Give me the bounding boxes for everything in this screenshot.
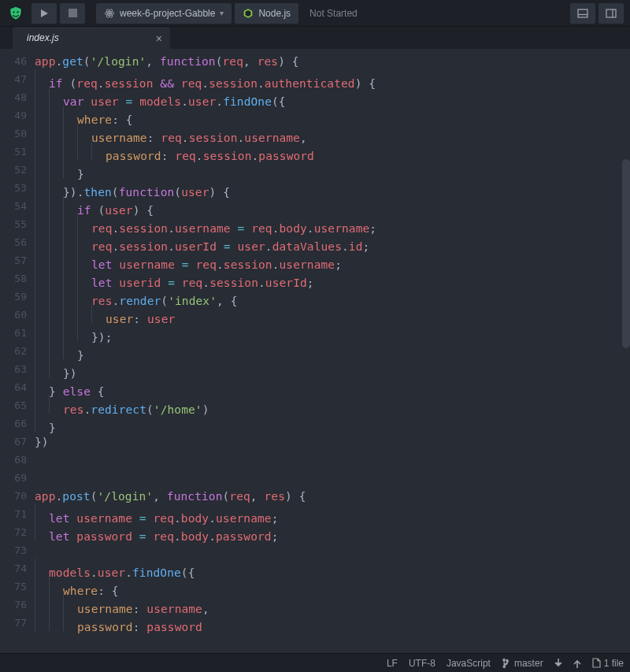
line-number: 70 bbox=[0, 490, 35, 502]
file-count-label: 1 file bbox=[604, 658, 624, 669]
code-area[interactable]: 46app.get('/login', function(req, res) {… bbox=[0, 49, 630, 653]
arrow-up-icon bbox=[573, 659, 581, 668]
code-line[interactable]: 69 bbox=[0, 469, 630, 487]
code-line[interactable]: 53}).then(function(user) { bbox=[0, 179, 630, 197]
encoding-label: UTF-8 bbox=[409, 658, 435, 669]
code-line[interactable]: 59res.render('index', { bbox=[0, 288, 630, 306]
line-number: 67 bbox=[0, 436, 35, 447]
line-content: app.post('/login', function(req, res) { bbox=[35, 490, 306, 503]
line-number: 59 bbox=[0, 291, 35, 303]
code-line[interactable]: 73 bbox=[0, 541, 630, 559]
code-line[interactable]: 66} bbox=[0, 414, 630, 433]
language-mode[interactable]: JavaScript bbox=[447, 658, 491, 669]
code-line[interactable]: 50username: req.session.username, bbox=[0, 124, 630, 143]
language-label: JavaScript bbox=[447, 658, 491, 669]
code-line[interactable]: 57let username = req.session.username; bbox=[0, 251, 630, 269]
project-selector[interactable]: week-6-project-Gabble ▾ bbox=[96, 3, 232, 24]
code-line[interactable]: 60user: user bbox=[0, 306, 630, 324]
code-line[interactable]: 56req.session.userId = user.dataValues.i… bbox=[0, 233, 630, 251]
line-number: 71 bbox=[0, 508, 35, 520]
code-line[interactable]: 55req.session.username = req.body.userna… bbox=[0, 215, 630, 233]
code-line[interactable]: 62} bbox=[0, 342, 630, 360]
line-content: res.redirect('/home') bbox=[35, 395, 209, 416]
line-number: 46 bbox=[0, 55, 35, 67]
line-number: 57 bbox=[0, 254, 35, 266]
git-pull[interactable] bbox=[554, 659, 562, 668]
file-icon bbox=[592, 658, 601, 668]
line-number: 58 bbox=[0, 273, 35, 284]
tab-bar: index.js × bbox=[0, 27, 630, 49]
code-line[interactable]: 51password: req.session.password bbox=[0, 143, 630, 161]
code-line[interactable]: 67}) bbox=[0, 433, 630, 451]
play-button[interactable] bbox=[32, 3, 57, 24]
line-ending-label: LF bbox=[387, 658, 398, 669]
svg-rect-7 bbox=[578, 9, 587, 17]
line-number: 77 bbox=[0, 617, 35, 629]
line-number: 55 bbox=[0, 218, 35, 230]
code-line[interactable]: 47if (req.session && req.session.authent… bbox=[0, 70, 630, 88]
code-line[interactable]: 63}) bbox=[0, 360, 630, 378]
line-number: 51 bbox=[0, 146, 35, 158]
line-number: 49 bbox=[0, 110, 35, 121]
line-number: 47 bbox=[0, 73, 35, 85]
branch-icon bbox=[502, 658, 511, 669]
panel-right-button[interactable] bbox=[598, 3, 624, 24]
tab-label: index.js bbox=[27, 32, 59, 43]
runtime-selector[interactable]: Node.js bbox=[235, 3, 298, 24]
line-number: 72 bbox=[0, 526, 35, 538]
arrow-down-icon bbox=[554, 659, 562, 668]
shield-icon[interactable] bbox=[3, 3, 28, 24]
code-line[interactable]: 70app.post('/login', function(req, res) … bbox=[0, 487, 630, 505]
panel-bottom-button[interactable] bbox=[570, 3, 595, 24]
nodejs-icon bbox=[243, 8, 254, 19]
chevron-down-icon: ▾ bbox=[220, 9, 224, 17]
close-icon[interactable]: × bbox=[156, 32, 162, 45]
code-line[interactable]: 72let password = req.body.password; bbox=[0, 523, 630, 541]
code-line[interactable]: 48var user = models.user.findOne({ bbox=[0, 88, 630, 106]
code-line[interactable]: 76username: username, bbox=[0, 596, 630, 614]
svg-point-1 bbox=[17, 11, 18, 13]
atom-icon bbox=[104, 8, 115, 19]
line-number: 65 bbox=[0, 399, 35, 411]
code-line[interactable]: 58let userid = req.session.userId; bbox=[0, 269, 630, 288]
code-line[interactable]: 68 bbox=[0, 451, 630, 469]
stop-button[interactable] bbox=[60, 3, 85, 24]
line-number: 53 bbox=[0, 182, 35, 194]
code-line[interactable]: 65res.redirect('/home') bbox=[0, 396, 630, 414]
editor: 46app.get('/login', function(req, res) {… bbox=[0, 49, 630, 653]
line-number: 52 bbox=[0, 164, 35, 176]
git-push[interactable] bbox=[573, 659, 581, 668]
svg-point-0 bbox=[13, 11, 14, 13]
code-line[interactable]: 64} else { bbox=[0, 378, 630, 396]
line-number: 48 bbox=[0, 91, 35, 103]
line-content: }) bbox=[35, 436, 49, 448]
code-line[interactable]: 46app.get('/login', function(req, res) { bbox=[0, 52, 630, 70]
encoding[interactable]: UTF-8 bbox=[409, 658, 435, 669]
line-number: 74 bbox=[0, 562, 35, 574]
line-number: 66 bbox=[0, 418, 35, 429]
svg-point-3 bbox=[109, 12, 110, 13]
line-content: password: password bbox=[35, 613, 202, 633]
git-branch[interactable]: master bbox=[502, 658, 543, 669]
code-line[interactable]: 49where: { bbox=[0, 106, 630, 124]
scrollbar-thumb[interactable] bbox=[622, 159, 630, 348]
svg-rect-2 bbox=[69, 9, 77, 17]
line-number: 75 bbox=[0, 581, 35, 592]
tab-index-js[interactable]: index.js × bbox=[13, 27, 170, 49]
file-count[interactable]: 1 file bbox=[592, 658, 624, 669]
svg-rect-9 bbox=[606, 9, 616, 17]
code-line[interactable]: 75where: { bbox=[0, 577, 630, 596]
code-line[interactable]: 52} bbox=[0, 161, 630, 179]
line-number: 76 bbox=[0, 599, 35, 611]
line-ending[interactable]: LF bbox=[387, 658, 398, 669]
runtime-name: Node.js bbox=[258, 8, 291, 19]
code-line[interactable]: 54if (user) { bbox=[0, 197, 630, 215]
line-content: app.get('/login', function(req, res) { bbox=[35, 55, 299, 68]
code-line[interactable]: 71let username = req.body.username; bbox=[0, 505, 630, 523]
line-number: 50 bbox=[0, 128, 35, 139]
code-line[interactable]: 74models.user.findOne({ bbox=[0, 559, 630, 577]
code-line[interactable]: 61}); bbox=[0, 324, 630, 342]
line-number: 62 bbox=[0, 345, 35, 357]
code-line[interactable]: 77password: password bbox=[0, 614, 630, 632]
line-number: 61 bbox=[0, 327, 35, 339]
